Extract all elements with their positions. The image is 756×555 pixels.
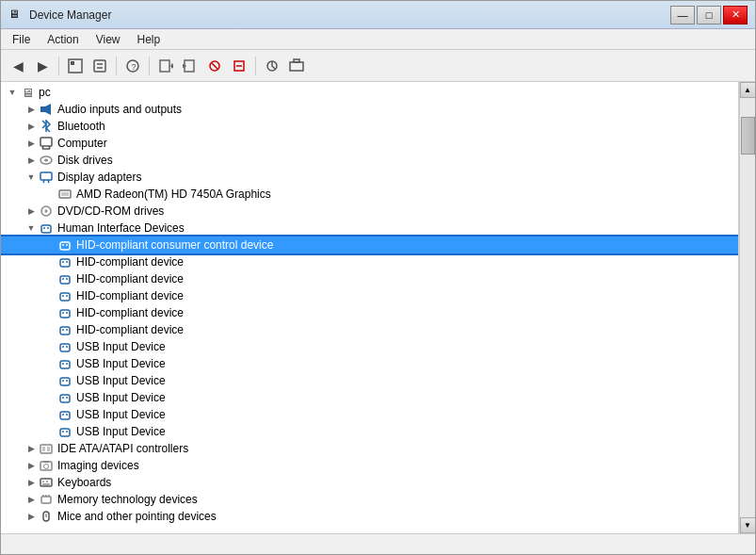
tree-node-hid1[interactable]: ▶ HID-compliant consumer control device: [1, 237, 738, 253]
svg-rect-74: [40, 445, 52, 453]
tree-node-usb4[interactable]: ▶ USB Input Device: [1, 389, 738, 406]
label-imaging: Imaging devices: [57, 457, 139, 474]
menu-action[interactable]: Action: [40, 31, 86, 48]
minimize-button[interactable]: —: [670, 6, 695, 24]
vertical-scrollbar[interactable]: ▲ ▼: [739, 82, 755, 533]
tree-node-ide[interactable]: ▶ IDE ATA/ATAPI controllers: [1, 440, 738, 457]
scroll-track[interactable]: [740, 98, 756, 517]
tree-node-usb1[interactable]: ▶ USB Input Device: [1, 338, 738, 355]
expand-keyboard[interactable]: ▶: [24, 475, 39, 490]
tree-node-memory[interactable]: ▶ Memory technology devices: [1, 491, 738, 508]
help-button[interactable]: ?: [121, 55, 144, 77]
tree-node-bluetooth[interactable]: ▶ Bluetooth: [1, 118, 738, 135]
expand-disk[interactable]: ▶: [24, 153, 39, 168]
svg-rect-41: [60, 259, 70, 267]
tree-node-hid[interactable]: ▼ Human Interface Devices: [1, 220, 738, 237]
icon-usb5: [57, 407, 72, 422]
label-bluetooth: Bluetooth: [57, 118, 105, 135]
tree-node-hid5[interactable]: ▶ HID-compliant device: [1, 304, 738, 321]
svg-point-49: [66, 295, 68, 297]
svg-point-55: [66, 329, 68, 331]
icon-computer: [39, 136, 54, 151]
tree-node-hid4[interactable]: ▶ HID-compliant device: [1, 287, 738, 304]
tree-node-computer[interactable]: ▶ Computer: [1, 135, 738, 152]
svg-marker-9: [171, 63, 173, 69]
menu-file[interactable]: File: [5, 31, 38, 48]
rollback-button[interactable]: [179, 55, 201, 77]
tree-node-mice[interactable]: ▶ Mice and other pointing devices: [1, 508, 738, 525]
back-button[interactable]: ◀: [7, 55, 29, 77]
uninstall-button[interactable]: [228, 55, 250, 77]
scroll-thumb[interactable]: [741, 117, 755, 155]
expand-display[interactable]: ▼: [24, 170, 39, 185]
expand-memory[interactable]: ▶: [24, 492, 39, 507]
expand-hid[interactable]: ▼: [24, 220, 39, 236]
svg-point-48: [62, 295, 64, 297]
tree-node-usb2[interactable]: ▶ USB Input Device: [1, 355, 738, 372]
label-dvd: DVD/CD-ROM drives: [57, 203, 164, 220]
svg-rect-1: [71, 61, 74, 65]
forward-button[interactable]: ▶: [31, 55, 54, 77]
tree-node-usb6[interactable]: ▶ USB Input Device: [1, 423, 738, 440]
update-driver-button[interactable]: [154, 55, 177, 77]
expand-mice[interactable]: ▶: [24, 509, 39, 524]
label-usb5: USB Input Device: [76, 406, 166, 423]
icon-hid5: [57, 305, 72, 320]
tree-node-usb3[interactable]: ▶ USB Input Device: [1, 372, 738, 389]
menu-view[interactable]: View: [88, 31, 128, 48]
svg-rect-62: [60, 378, 70, 385]
title-bar: 🖥 Device Manager — □ ✕: [1, 1, 755, 29]
device-tree[interactable]: ▼ 🖥 pc ▶ Audio inputs and outputs ▶ Blue…: [1, 82, 739, 533]
expand-computer[interactable]: ▶: [24, 136, 39, 151]
svg-line-29: [43, 180, 44, 183]
disable-button[interactable]: [203, 55, 226, 77]
close-button[interactable]: ✕: [723, 6, 748, 24]
scan-hardware-button[interactable]: [261, 55, 283, 77]
tree-node-audio[interactable]: ▶ Audio inputs and outputs: [1, 101, 738, 118]
tree-node-dvd[interactable]: ▶ DVD/CD-ROM drives: [1, 203, 738, 220]
tree-node-imaging[interactable]: ▶ Imaging devices: [1, 457, 738, 474]
expand-dvd[interactable]: ▶: [24, 204, 39, 219]
expand-ide[interactable]: ▶: [24, 441, 39, 456]
scroll-up-button[interactable]: ▲: [740, 82, 756, 98]
label-display: Display adapters: [57, 169, 141, 186]
svg-point-39: [62, 244, 64, 246]
label-usb4: USB Input Device: [76, 389, 166, 406]
expand-imaging[interactable]: ▶: [24, 458, 39, 473]
tree-node-pc[interactable]: ▼ 🖥 pc: [1, 84, 738, 101]
icon-usb3: [57, 373, 72, 388]
svg-point-37: [47, 227, 49, 229]
tree-node-amd[interactable]: ▶ AMD Radeon(TM) HD 7450A Graphics: [1, 186, 738, 203]
tree-node-keyboard[interactable]: ▶ Keyboards: [1, 474, 738, 491]
svg-rect-47: [60, 293, 70, 301]
label-disk: Disk drives: [57, 152, 113, 169]
svg-point-69: [62, 414, 64, 416]
svg-rect-53: [60, 327, 70, 335]
tree-node-hid6[interactable]: ▶ HID-compliant device: [1, 321, 738, 338]
view-resources-button[interactable]: [285, 55, 308, 77]
expand-pc[interactable]: ▼: [5, 85, 20, 100]
icon-keyboard: [39, 475, 54, 490]
window-icon: 🖥: [8, 8, 24, 23]
label-usb6: USB Input Device: [76, 423, 166, 440]
maximize-button[interactable]: □: [697, 6, 721, 24]
svg-rect-50: [60, 310, 70, 318]
properties-button[interactable]: [88, 55, 111, 77]
scan-button[interactable]: [64, 55, 87, 77]
tree-node-disk[interactable]: ▶ Disk drives: [1, 152, 738, 169]
tree-node-hid3[interactable]: ▶ HID-compliant device: [1, 270, 738, 287]
svg-point-57: [62, 346, 64, 348]
icon-hid3: [57, 271, 72, 286]
tree-node-hid2[interactable]: ▶ HID-compliant device: [1, 253, 738, 270]
svg-rect-35: [41, 225, 51, 233]
expand-audio[interactable]: ▶: [24, 102, 39, 117]
expand-bluetooth[interactable]: ▶: [24, 119, 39, 134]
svg-point-61: [66, 363, 68, 365]
icon-usb6: [57, 424, 72, 439]
tree-node-display[interactable]: ▼ Display adapters: [1, 169, 738, 186]
tree-node-usb5[interactable]: ▶ USB Input Device: [1, 406, 738, 423]
scroll-down-button[interactable]: ▼: [740, 517, 756, 533]
label-usb2: USB Input Device: [76, 355, 166, 372]
menu-help[interactable]: Help: [130, 31, 169, 48]
svg-point-60: [62, 363, 64, 365]
